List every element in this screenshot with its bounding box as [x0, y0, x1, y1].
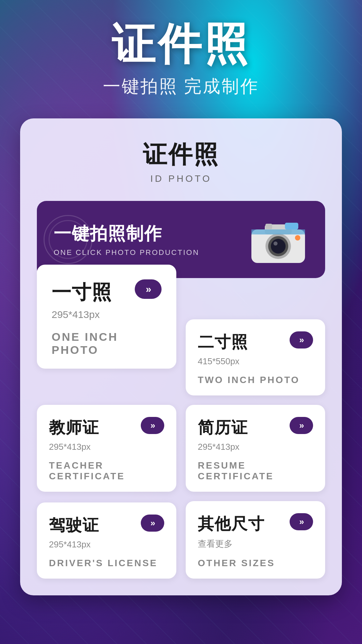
one-inch-name-cn: 一寸照 — [52, 279, 112, 306]
teacher-arrow[interactable]: » — [141, 417, 164, 434]
drivers-license-card[interactable]: 驾驶证 » 295*413px DRIVER'S LICENSE — [37, 502, 176, 579]
teacher-name-en: TEACHER CERTIFICATE — [49, 460, 164, 482]
svg-point-6 — [271, 239, 286, 254]
driver-name-en: DRIVER'S LICENSE — [49, 558, 164, 569]
card-title-english: ID PHOTO — [37, 173, 325, 184]
driver-arrow[interactable]: » — [141, 515, 164, 532]
one-inch-size: 295*413px — [52, 309, 162, 320]
resume-size: 295*413px — [198, 442, 313, 452]
one-inch-photo-card[interactable]: 一寸照 » 295*413px ONE INCH PHOTO — [37, 265, 176, 369]
two-inch-name-en: TWO INCH PHOTO — [198, 375, 313, 385]
other-name-en: OTHER SIZES — [198, 558, 313, 569]
main-card: 证件照 ID PHOTO 一键拍照制作 ONE CLICK PHOTO PROD… — [20, 118, 342, 595]
resume-cert-card[interactable]: 简历证 » 295*413px RESUME CERTIFICATE — [186, 405, 325, 492]
camera-icon — [248, 214, 308, 265]
two-inch-size: 415*550px — [198, 356, 313, 367]
teacher-cert-card[interactable]: 教师证 » 295*413px TEACHER CERTIFICATE — [37, 405, 176, 492]
resume-name-cn: 简历证 — [198, 417, 248, 438]
two-inch-name-cn: 二寸照 — [198, 331, 248, 353]
card-title-chinese: 证件照 — [37, 139, 325, 171]
feature-text-chinese: 一键拍照制作 — [54, 222, 199, 246]
resume-arrow[interactable]: » — [290, 417, 313, 434]
feature-text-english: ONE CLICK PHOTO PRODUCTION — [54, 248, 199, 257]
driver-size: 295*413px — [49, 539, 164, 550]
svg-rect-2 — [285, 223, 298, 229]
other-name-cn: 其他尺寸 — [198, 513, 265, 535]
hero-subtitle: 一键拍照 完成制作 — [103, 75, 259, 98]
resume-name-en: RESUME CERTIFICATE — [198, 460, 313, 482]
feature-text: 一键拍照制作 ONE CLICK PHOTO PRODUCTION — [54, 222, 199, 257]
two-inch-arrow[interactable]: » — [290, 331, 313, 348]
other-arrow[interactable]: » — [290, 513, 313, 530]
hero-title: 证件照 — [112, 20, 250, 68]
driver-name-cn: 驾驶证 — [49, 515, 99, 536]
one-inch-arrow[interactable]: » — [135, 279, 162, 299]
teacher-size: 295*413px — [49, 442, 164, 452]
svg-rect-3 — [265, 224, 272, 229]
card-header: 证件照 ID PHOTO — [37, 139, 325, 184]
teacher-name-cn: 教师证 — [49, 417, 99, 438]
other-sizes-card[interactable]: 其他尺寸 » 查看更多 OTHER SIZES — [186, 501, 325, 579]
one-inch-name-en: ONE INCH PHOTO — [52, 330, 162, 357]
other-size: 查看更多 — [198, 538, 313, 550]
two-inch-photo-card[interactable]: 二寸照 » 415*550px TWO INCH PHOTO — [186, 319, 325, 395]
svg-rect-10 — [251, 229, 305, 234]
svg-point-7 — [274, 241, 278, 246]
svg-point-8 — [295, 235, 300, 240]
